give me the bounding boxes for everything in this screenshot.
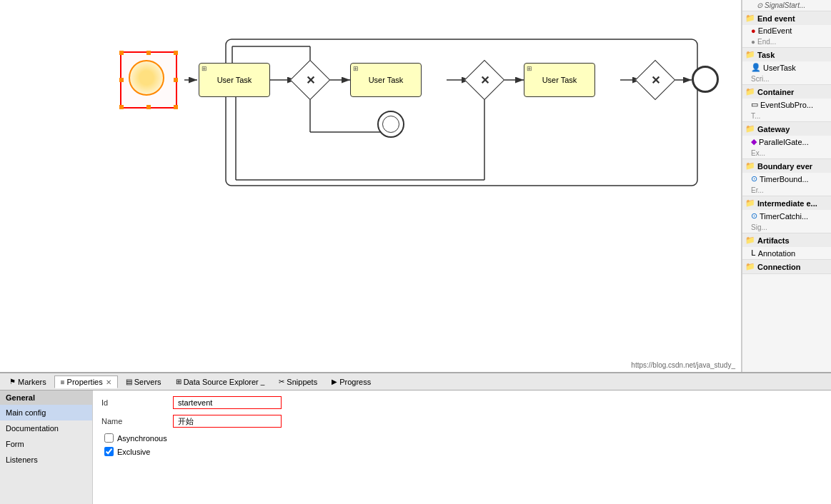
rp-item-annotation[interactable]: L Annotation [742, 247, 831, 259]
id-input[interactable] [173, 396, 282, 409]
right-panel: ⊙ SignalStart... 📁 End event ● EndEvent … [742, 0, 831, 372]
tab-data-source[interactable]: ⊞ Data Source Explorer _ [169, 376, 272, 388]
rp-item-timer-catch[interactable]: ⊙ TimerCatchi... [742, 210, 831, 222]
gateway-1-icon: ✕ [306, 74, 315, 87]
id-row: Id [101, 396, 822, 409]
folder-icon-container: 📁 [745, 87, 755, 96]
progress-icon: ▶ [332, 378, 337, 385]
task-2-label: User Task [369, 76, 404, 84]
rp-gateway-label: Gateway [757, 125, 790, 133]
timer-catch-icon: ⊙ [751, 211, 757, 221]
tab-data-source-label: Data Source Explorer [184, 378, 259, 386]
listeners-label: Listeners [6, 455, 38, 464]
properties-form: Id Name Asynchronous Exclusive [93, 390, 831, 504]
tab-snippets-label: Snippets [287, 378, 317, 386]
signal-start-icon: ⊙ [757, 1, 762, 9]
rp-item-signal-catch[interactable]: Sig... [742, 222, 831, 233]
general-label: General [6, 393, 35, 402]
end-event-canvas[interactable] [692, 66, 719, 93]
name-row: Name [101, 415, 822, 428]
user-task-1[interactable]: ⊞ User Task [199, 63, 270, 97]
rp-section-connection-header[interactable]: 📁 Connection [742, 260, 831, 273]
rp-section-end-event-header[interactable]: 📁 End event [742, 11, 831, 25]
properties-content: General Main config Documentation Form L… [0, 390, 831, 504]
rp-item-task-2[interactable]: Scri... [742, 74, 831, 84]
data-source-underscore: _ [261, 378, 265, 385]
rp-section-artifacts-header[interactable]: 📁 Artifacts [742, 233, 831, 247]
intermediate-inner [382, 116, 399, 133]
rp-item-eventsub[interactable]: ▭ EventSubPro... [742, 99, 831, 111]
async-checkbox[interactable] [104, 433, 114, 443]
folder-icon-boundary: 📁 [745, 161, 755, 171]
intermediate-event[interactable] [377, 111, 404, 138]
properties-close[interactable]: ✕ [106, 378, 111, 386]
canvas-area[interactable]: ⊞ User Task ✕ ⊞ User Task ✕ [0, 0, 742, 372]
user-task-3[interactable]: ⊞ User Task [524, 63, 595, 97]
rp-section-connection: 📁 Connection [742, 260, 831, 274]
rp-item-boundary-2[interactable]: Er... [742, 185, 831, 196]
form-label: Form [6, 440, 24, 448]
documentation-label: Documentation [6, 424, 59, 433]
tab-servers[interactable]: ▤ Servers [119, 376, 168, 388]
user-task-2[interactable]: ⊞ User Task [350, 63, 422, 97]
rp-item-container-2[interactable]: T... [742, 111, 831, 121]
end-event-2-icon: ● [751, 38, 755, 46]
rp-section-end-event: 📁 End event ● EndEvent ● End... [742, 11, 831, 48]
rp-item-parallel-gate[interactable]: ◆ ParallelGate... [742, 136, 831, 148]
task-icon-3: ⊞ [527, 65, 532, 72]
exclusive-label: Exclusive [117, 448, 150, 456]
end-event-icon: ● [751, 26, 756, 35]
main-container: ⊞ User Task ✕ ⊞ User Task ✕ [0, 0, 831, 504]
eventsub-icon: ▭ [751, 100, 758, 109]
tab-snippets[interactable]: ✂ Snippets [272, 376, 324, 388]
folder-icon-gateway: 📁 [745, 124, 755, 133]
sidebar-form[interactable]: Form [0, 436, 92, 452]
rp-section-gateway-header[interactable]: 📁 Gateway [742, 122, 831, 136]
parallel-icon: ◆ [751, 137, 757, 146]
task-icon-2: ⊞ [353, 65, 359, 72]
rp-task-label: Task [757, 51, 775, 59]
properties-icon: ≡ [61, 378, 65, 386]
rp-section-gateway: 📁 Gateway ◆ ParallelGate... Ex... [742, 122, 831, 159]
exclusive-row: Exclusive [101, 447, 822, 456]
flow-arrows [0, 0, 742, 364]
start-event[interactable] [129, 60, 164, 96]
sidebar-documentation[interactable]: Documentation [0, 420, 92, 436]
rp-section-intermediate-header[interactable]: 📁 Intermediate e... [742, 196, 831, 210]
rp-item-end-event[interactable]: ● EndEvent [742, 25, 831, 36]
tab-markers[interactable]: ⚑ Markers [3, 376, 53, 388]
rp-item-timer-bound[interactable]: ⊙ TimerBound... [742, 173, 831, 185]
sidebar-listeners[interactable]: Listeners [0, 452, 92, 468]
watermark: https://blog.csdn.net/java_study_ [631, 361, 735, 369]
exclusive-checkbox[interactable] [104, 447, 114, 456]
rp-artifacts-label: Artifacts [757, 236, 790, 245]
folder-icon-end: 📁 [745, 14, 755, 23]
rp-item-gateway-2[interactable]: Ex... [742, 148, 831, 158]
task-1-label: User Task [217, 76, 252, 84]
name-input[interactable] [173, 415, 282, 428]
rp-section-task: 📁 Task 👤 UserTask Scri... [742, 48, 831, 85]
svg-rect-8 [226, 39, 697, 186]
rp-section-task-header[interactable]: 📁 Task [742, 48, 831, 61]
start-event-wrapper[interactable] [120, 51, 177, 109]
annotation-icon: L [751, 248, 756, 258]
snippets-icon: ✂ [279, 378, 284, 385]
properties-sidebar: General Main config Documentation Form L… [0, 390, 93, 504]
gateway-2-icon: ✕ [480, 74, 489, 87]
rp-item-end-event-2[interactable]: ● End... [742, 36, 831, 47]
timer-bound-icon: ⊙ [751, 174, 757, 183]
rp-container-label: Container [757, 88, 794, 96]
rp-section-container-header[interactable]: 📁 Container [742, 85, 831, 99]
sidebar-main-config[interactable]: Main config [0, 405, 92, 420]
rp-item-signal-start[interactable]: ⊙ SignalStart... [742, 0, 831, 11]
tab-progress[interactable]: ▶ Progress [325, 376, 377, 388]
tab-properties[interactable]: ≡ Properties ✕ [54, 376, 118, 388]
rp-item-user-task[interactable]: 👤 UserTask [742, 61, 831, 74]
async-row: Asynchronous [101, 433, 822, 443]
main-config-label: Main config [6, 408, 46, 417]
id-label: Id [101, 398, 173, 407]
folder-icon-connection: 📁 [745, 262, 755, 271]
rp-section-boundary-header[interactable]: 📁 Boundary ever [742, 159, 831, 173]
tab-properties-label: Properties [67, 378, 103, 386]
data-source-icon: ⊞ [176, 378, 181, 385]
